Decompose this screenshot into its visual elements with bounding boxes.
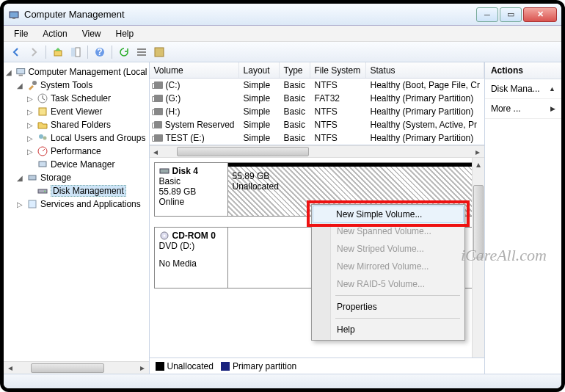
users-icon [37, 132, 48, 144]
volume-type: Basic [280, 120, 310, 130]
expander-icon[interactable]: ▷ [15, 200, 24, 208]
col-volume[interactable]: Volume [150, 62, 239, 78]
disk-name: CD-ROM 0 [172, 231, 216, 241]
menu-help[interactable]: Help [109, 26, 142, 41]
tree-task-scheduler[interactable]: Task Scheduler [51, 93, 111, 104]
tree-performance[interactable]: Performance [51, 146, 101, 156]
volume-type: Basic [280, 93, 310, 104]
menu-action[interactable]: Action [35, 26, 74, 41]
col-layout[interactable]: Layout [239, 62, 280, 78]
tree-horizontal-scrollbar[interactable]: ◂▸ [4, 361, 149, 374]
volume-table-header: Volume Layout Type File System Status [150, 62, 484, 79]
col-status[interactable]: Status [366, 62, 484, 78]
minimize-button[interactable]: ─ [476, 7, 498, 22]
tree-local-users[interactable]: Local Users and Groups [51, 133, 145, 143]
expander-icon[interactable]: ▷ [26, 108, 34, 116]
volume-status: Healthy (Boot, Page File, Cr [366, 80, 484, 90]
volume-status: Healthy (Primary Partition) [366, 133, 484, 143]
help-button[interactable]: ? [92, 44, 108, 60]
svg-point-13 [32, 81, 37, 85]
legend-unallocated: Unallocated [156, 361, 214, 371]
svg-point-22 [44, 191, 45, 192]
tree-shared-folders[interactable]: Shared Folders [51, 120, 111, 130]
menu-new-spanned-volume: New Spanned Volume... [313, 222, 463, 240]
expander-icon[interactable]: ▷ [26, 121, 34, 129]
volume-name: System Reserved [165, 120, 235, 130]
event-icon [37, 106, 48, 117]
volume-row[interactable]: TEST (E:) Simple Basic NTFS Healthy (Pri… [150, 131, 484, 145]
disk-vertical-scrollbar[interactable]: ▴ [472, 158, 484, 357]
svg-point-16 [39, 134, 43, 139]
tree-device-manager[interactable]: Device Manager [51, 159, 114, 170]
menu-new-mirrored-volume: New Mirrored Volume... [313, 258, 463, 275]
volume-name: TEST (E:) [166, 133, 205, 143]
volume-layout: Simple [239, 106, 280, 117]
menu-new-simple-volume[interactable]: New Simple Volume... [313, 206, 464, 223]
actions-header: Actions [485, 62, 561, 79]
expander-icon[interactable]: ◢ [15, 81, 24, 90]
volume-icon [154, 81, 163, 89]
expander-icon[interactable]: ◢ [5, 68, 13, 76]
volume-fs: NTFS [310, 120, 366, 130]
actions-more[interactable]: More ...▶ [485, 99, 561, 119]
refresh-button[interactable] [116, 44, 132, 60]
disk-icon [159, 167, 170, 175]
legend-primary: Primary partition [221, 361, 296, 371]
volume-type: Basic [280, 80, 310, 90]
disk-info[interactable]: Disk 4 Basic 55.89 GB Online [155, 163, 228, 216]
settings-button[interactable] [151, 44, 167, 60]
titlebar: Computer Management ─ ▭ ✕ [4, 4, 561, 26]
tree-system-tools[interactable]: System Tools [40, 80, 92, 90]
close-button[interactable]: ✕ [523, 7, 557, 22]
volume-row[interactable]: (H:) Simple Basic NTFS Healthy (Primary … [150, 105, 484, 118]
volume-row[interactable]: (C:) Simple Basic NTFS Healthy (Boot, Pa… [150, 79, 484, 92]
tools-icon [26, 79, 38, 91]
svg-rect-11 [17, 68, 25, 73]
volume-horizontal-scrollbar[interactable]: ◂▸ [150, 145, 484, 158]
tree-storage[interactable]: Storage [40, 173, 71, 183]
expander-icon[interactable]: ▷ [26, 134, 34, 142]
volume-status: Healthy (System, Active, Pr [366, 120, 484, 130]
legend: Unallocated Primary partition [150, 357, 484, 374]
svg-rect-4 [76, 48, 80, 57]
maximize-button[interactable]: ▭ [500, 7, 522, 22]
volume-layout: Simple [239, 120, 280, 130]
volume-row[interactable]: System Reserved Simple Basic NTFS Health… [150, 118, 484, 131]
menu-properties[interactable]: Properties [313, 298, 463, 316]
volume-layout: Simple [239, 133, 280, 143]
expander-icon[interactable]: ◢ [15, 174, 24, 182]
expander-icon[interactable]: ▷ [26, 95, 34, 103]
svg-rect-10 [155, 48, 164, 57]
menu-help[interactable]: Help [313, 321, 463, 338]
actions-disk-management[interactable]: Disk Mana...▲ [485, 79, 561, 99]
back-button[interactable] [8, 44, 24, 60]
menubar: File Action View Help [4, 26, 561, 42]
tree-event-viewer[interactable]: Event Viewer [51, 106, 102, 117]
svg-rect-2 [54, 51, 62, 56]
volume-fs: FAT32 [310, 93, 366, 104]
volume-fs: NTFS [310, 80, 366, 90]
menu-new-striped-volume: New Striped Volume... [313, 240, 463, 258]
expander-icon[interactable]: ▷ [26, 148, 34, 156]
tree-root[interactable]: Computer Management (Local [28, 67, 147, 77]
volume-status: Healthy (Primary Partition) [366, 93, 484, 104]
tree-disk-management[interactable]: Disk Management [51, 185, 126, 197]
services-icon [26, 198, 38, 210]
partition-size: 55.89 GB [233, 171, 467, 181]
menu-file[interactable]: File [7, 26, 35, 41]
col-type[interactable]: Type [280, 62, 310, 78]
svg-rect-8 [137, 51, 146, 53]
show-hide-tree-button[interactable] [68, 44, 84, 60]
window-title: Computer Management [24, 9, 476, 20]
disk-status: No Media [159, 258, 223, 269]
menu-view[interactable]: View [75, 26, 109, 41]
tree-services-apps[interactable]: Services and Applications [40, 199, 141, 209]
list-button[interactable] [134, 44, 150, 60]
volume-row[interactable]: (G:) Simple Basic FAT32 Healthy (Primary… [150, 92, 484, 105]
volume-name: (C:) [166, 80, 181, 90]
up-button[interactable] [50, 44, 66, 60]
disk-info[interactable]: CD-ROM 0 DVD (D:) No Media [155, 228, 228, 288]
col-fs[interactable]: File System [310, 62, 366, 78]
volume-icon [154, 134, 163, 142]
forward-button[interactable] [26, 44, 42, 60]
